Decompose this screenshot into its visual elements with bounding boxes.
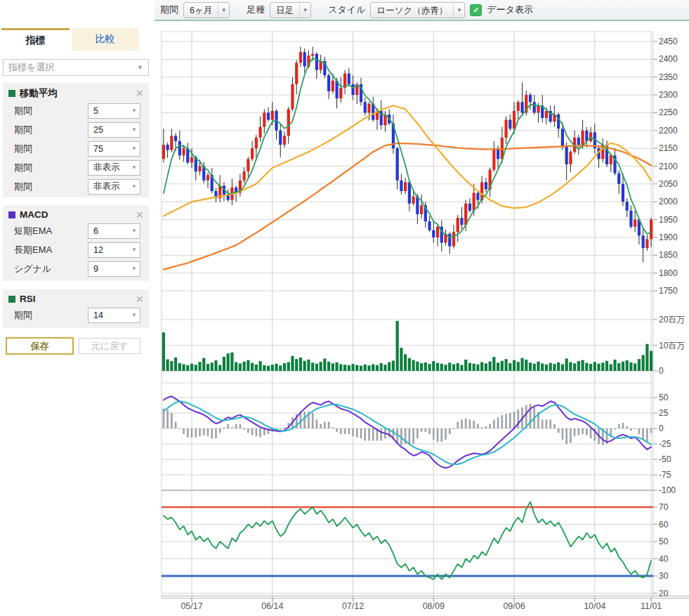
svg-text:2350: 2350 <box>659 72 678 82</box>
section-macd: MACD × 短期EMA 6▼ 長期EMA 12▼ シグナル 9▼ <box>3 205 149 281</box>
macd-long-ema-select[interactable]: 12▼ <box>88 242 140 258</box>
chevron-down-icon: ▼ <box>137 64 143 71</box>
svg-text:2150: 2150 <box>659 143 678 153</box>
row-label: シグナル <box>14 263 51 275</box>
svg-text:1950: 1950 <box>659 215 678 225</box>
row-label: 期間 <box>14 105 32 117</box>
svg-text:2100: 2100 <box>659 162 678 171</box>
svg-text:0: 0 <box>659 366 664 376</box>
ma-period-3-select[interactable]: 75▼ <box>88 141 140 157</box>
ma-period-4-select[interactable]: 非表示▼ <box>88 160 140 176</box>
period-select[interactable]: 6ヶ月 ▼ <box>183 2 230 18</box>
row-label: 短期EMA <box>14 225 52 237</box>
period-label: 期間 <box>160 4 178 16</box>
ma-period-5-select[interactable]: 非表示▼ <box>88 179 140 195</box>
macd-short-ema-select[interactable]: 6▼ <box>88 223 140 239</box>
svg-text:07/12: 07/12 <box>342 601 364 611</box>
indicator-swatch <box>8 90 15 97</box>
row-label: 期間 <box>14 162 32 174</box>
section-rsi: RSI × 期間 14▼ <box>3 289 149 328</box>
svg-text:20百万: 20百万 <box>659 315 685 325</box>
close-icon[interactable]: × <box>136 294 143 304</box>
section-title: RSI <box>20 294 136 304</box>
svg-text:10/04: 10/04 <box>584 601 605 611</box>
chart-area[interactable]: 2450240023502300225022002150210020502000… <box>155 21 689 616</box>
svg-text:1850: 1850 <box>659 250 678 260</box>
reset-button[interactable]: 元に戻す <box>79 338 140 354</box>
close-icon[interactable]: × <box>136 210 143 220</box>
svg-text:2050: 2050 <box>659 179 678 189</box>
section-title: 移動平均 <box>20 87 136 100</box>
chevron-down-icon: ▼ <box>131 183 137 190</box>
chevron-down-icon: ▼ <box>131 145 137 152</box>
chevron-down-icon: ▼ <box>131 107 137 114</box>
svg-text:0: 0 <box>659 424 664 433</box>
macd-signal-select[interactable]: 9▼ <box>88 261 140 277</box>
volume-bars <box>162 321 652 371</box>
svg-text:20: 20 <box>659 589 669 598</box>
chevron-down-icon: ▼ <box>299 3 310 18</box>
svg-text:-75: -75 <box>659 470 671 480</box>
row-label: 期間 <box>14 181 32 193</box>
svg-text:1800: 1800 <box>659 268 678 278</box>
svg-text:30: 30 <box>659 571 669 581</box>
chevron-down-icon: ▼ <box>131 228 137 234</box>
macd-layer <box>163 396 652 468</box>
svg-text:40: 40 <box>659 554 669 564</box>
svg-text:60: 60 <box>659 520 669 530</box>
svg-text:-100: -100 <box>659 485 676 495</box>
rsi-period-select[interactable]: 14▼ <box>88 308 140 323</box>
row-label: 期間 <box>14 309 32 322</box>
bar-type-select[interactable]: 日足 ▼ <box>270 2 311 18</box>
ma-period-2-select[interactable]: 25▼ <box>88 122 140 138</box>
indicator-swatch <box>8 296 15 303</box>
save-button[interactable]: 保存 <box>6 337 74 355</box>
svg-text:2400: 2400 <box>659 54 678 64</box>
x-axis-labels: 05/1706/1407/1208/0909/0610/0411/01 <box>181 598 662 611</box>
chevron-down-icon: ▼ <box>131 266 137 272</box>
svg-text:10百万: 10百万 <box>659 341 685 350</box>
sidebar-tabs: 指標 比較 <box>1 28 139 51</box>
ma-lines <box>164 58 651 270</box>
svg-text:25: 25 <box>659 408 669 418</box>
style-label: スタイル <box>328 4 365 16</box>
svg-text:50: 50 <box>659 393 669 402</box>
chart-svg[interactable]: 2450240023502300225022002150210020502000… <box>155 21 689 616</box>
data-display-checkbox[interactable]: ✓ <box>470 4 482 16</box>
chevron-down-icon: ▼ <box>218 3 229 18</box>
row-label: 期間 <box>14 124 32 136</box>
tab-indicators[interactable]: 指標 <box>1 28 70 51</box>
data-display-label: データ表示 <box>487 4 533 16</box>
row-label: 長期EMA <box>14 244 52 256</box>
svg-text:1900: 1900 <box>659 232 678 242</box>
svg-text:-50: -50 <box>659 454 671 464</box>
chevron-down-icon: ▼ <box>131 164 137 171</box>
indicator-sidebar: 指標 比較 指標を選択 ▼ 移動平均 × 期間 5▼ 期間 25▼ 期間 75▼… <box>0 0 155 616</box>
chevron-down-icon: ▼ <box>131 247 137 253</box>
svg-text:-25: -25 <box>659 439 671 449</box>
close-icon[interactable]: × <box>136 89 143 98</box>
chevron-down-icon: ▼ <box>131 312 137 318</box>
style-select[interactable]: ローソク（赤青） ▼ <box>370 2 465 18</box>
svg-text:1750: 1750 <box>659 286 678 296</box>
svg-text:2450: 2450 <box>659 37 678 46</box>
svg-text:2200: 2200 <box>659 126 678 136</box>
svg-text:2250: 2250 <box>659 107 678 117</box>
section-title: MACD <box>20 209 136 220</box>
chevron-down-icon: ▼ <box>453 3 464 18</box>
svg-text:50: 50 <box>659 537 669 546</box>
svg-text:2000: 2000 <box>659 197 678 207</box>
ma-period-1-select[interactable]: 5▼ <box>88 103 140 119</box>
indicator-select[interactable]: 指標を選択 ▼ <box>3 59 149 76</box>
svg-text:05/17: 05/17 <box>181 601 202 611</box>
bar-type-label: 足種 <box>247 4 265 16</box>
svg-text:11/01: 11/01 <box>641 601 662 611</box>
tab-compare[interactable]: 比較 <box>72 28 140 51</box>
rsi-layer <box>162 502 653 579</box>
svg-text:70: 70 <box>659 502 669 512</box>
row-label: 期間 <box>14 143 32 155</box>
axis-labels: 2450240023502300225022002150210020502000… <box>653 37 685 598</box>
indicator-swatch <box>8 211 15 218</box>
svg-text:2300: 2300 <box>659 90 678 100</box>
chart-toolbar: 期間 6ヶ月 ▼ 足種 日足 ▼ スタイル ローソク（赤青） ▼ ✓ データ表示 <box>155 0 689 21</box>
